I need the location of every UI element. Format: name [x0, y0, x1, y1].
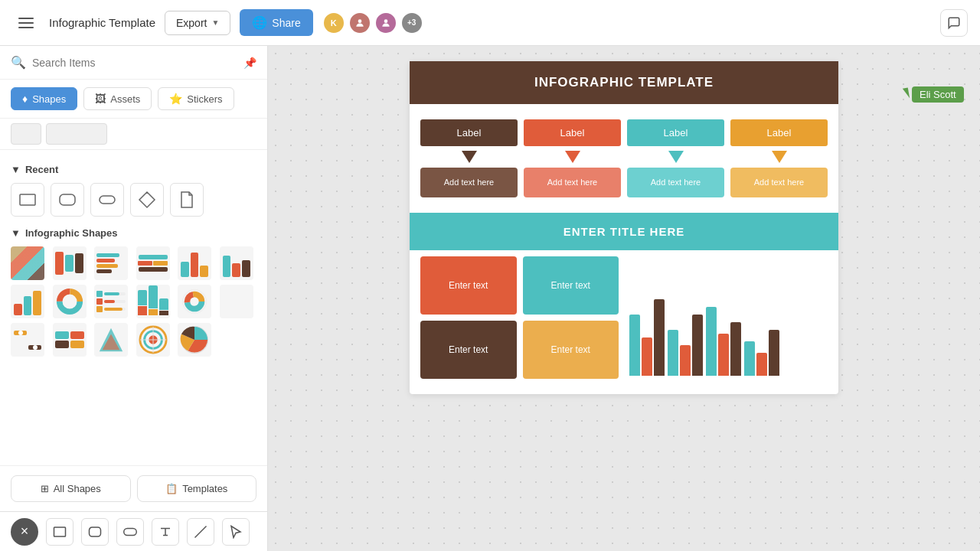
infographic-item[interactable]: [220, 285, 253, 318]
text-tool[interactable]: [152, 518, 179, 546]
section2-title[interactable]: ENTER TITLE HERE: [410, 213, 838, 250]
rectangle-tool[interactable]: [46, 518, 74, 546]
star-icon: ⭐: [169, 93, 182, 105]
capsule-tool[interactable]: [116, 518, 144, 546]
infographic-item[interactable]: [178, 285, 211, 318]
label-2[interactable]: Label: [524, 119, 621, 146]
template-icon: 📋: [165, 483, 178, 494]
bar-brown-1: [654, 299, 665, 376]
infographic-item[interactable]: [11, 285, 44, 318]
bar-group-1: [629, 299, 665, 376]
infographic-item[interactable]: [178, 246, 211, 280]
box-3[interactable]: Add text here: [627, 168, 724, 197]
bar-brown-2: [692, 315, 703, 376]
search-icon: 🔍: [11, 55, 26, 70]
shape-category-2[interactable]: [46, 123, 107, 145]
shape-category-1[interactable]: [11, 123, 41, 145]
svg-rect-21: [54, 527, 66, 536]
arrow-3: [627, 146, 724, 168]
infographic-item[interactable]: [11, 246, 44, 280]
text-cell-4[interactable]: Enter text: [523, 321, 619, 379]
bar-orange-2: [680, 345, 691, 376]
infographic-item[interactable]: [94, 285, 128, 318]
infographic-item[interactable]: [94, 246, 128, 280]
bar-teal-3: [706, 307, 717, 376]
document-title[interactable]: Infographic Template: [49, 16, 155, 29]
globe-icon: 🌐: [252, 15, 267, 30]
templates-button[interactable]: 📋 Templates: [137, 475, 257, 502]
search-input[interactable]: [32, 57, 237, 69]
menu-button[interactable]: [12, 9, 40, 37]
recent-shape-diamond[interactable]: [130, 183, 164, 217]
infographic-item[interactable]: [136, 285, 170, 318]
rounded-rect-tool[interactable]: [81, 518, 109, 546]
chevron-down-icon-2: ▼: [11, 227, 21, 239]
labels-row: Label Label Label Label: [420, 119, 828, 146]
label-1[interactable]: Label: [420, 119, 518, 146]
pointer-tool[interactable]: [222, 518, 250, 546]
infographic-item[interactable]: [53, 323, 87, 357]
label-3[interactable]: Label: [627, 119, 724, 146]
close-panel-button[interactable]: ×: [11, 518, 38, 546]
label-4[interactable]: Label: [730, 119, 828, 146]
text-cell-1[interactable]: Enter text: [420, 256, 517, 315]
infographic-item[interactable]: [53, 246, 87, 280]
infographic-item[interactable]: [53, 285, 87, 318]
export-button[interactable]: Export ▼: [165, 11, 230, 35]
tab-stickers[interactable]: ⭐ Stickers: [158, 87, 234, 110]
bar-teal-4: [744, 341, 755, 376]
pin-icon[interactable]: 📌: [243, 57, 256, 69]
line-tool[interactable]: [187, 518, 214, 546]
box-2[interactable]: Add text here: [524, 168, 621, 197]
text-cell-2[interactable]: Enter text: [523, 256, 619, 315]
tab-shapes[interactable]: ♦ Shapes: [11, 87, 77, 110]
infographic-item[interactable]: [220, 246, 253, 280]
export-dropdown-arrow: ▼: [211, 18, 219, 27]
bar-orange-3: [718, 334, 729, 376]
box-4[interactable]: Add text here: [730, 168, 828, 197]
recent-shapes-row: [11, 183, 256, 217]
main-layout: 🔍 📌 ♦ Shapes 🖼 Assets ⭐ Stickers: [0, 46, 980, 551]
chat-button[interactable]: [940, 9, 968, 37]
all-shapes-button[interactable]: ⊞ All Shapes: [11, 475, 131, 502]
avatar-3[interactable]: [374, 11, 397, 34]
bar-teal-2: [668, 330, 678, 376]
grid-icon: ⊞: [41, 483, 49, 494]
canvas-area[interactable]: Eli Scott Rory Logan INFOGRAPHIC TEMPLAT…: [268, 46, 980, 551]
svg-rect-2: [20, 194, 35, 205]
infographic-item[interactable]: [136, 323, 170, 357]
diamond-icon: ♦: [22, 93, 28, 105]
search-bar: 🔍 📌: [0, 46, 267, 80]
text-cell-3[interactable]: Enter text: [420, 321, 517, 379]
bottom-toolbar: ×: [0, 511, 267, 551]
svg-line-24: [195, 526, 207, 537]
chevron-down-icon: ▼: [11, 164, 21, 175]
avatar-overflow[interactable]: +3: [400, 11, 423, 34]
recent-shape-rounded-rect[interactable]: [51, 183, 84, 217]
recent-shape-page[interactable]: [170, 183, 204, 217]
infographic-item[interactable]: [94, 323, 128, 357]
bar-teal-1: [629, 315, 640, 376]
infographic-item[interactable]: [178, 323, 211, 357]
tab-assets[interactable]: 🖼 Assets: [83, 87, 152, 110]
infographic-shapes-grid: [11, 246, 256, 357]
recent-shape-rectangle[interactable]: [11, 183, 44, 217]
infographic-item[interactable]: [136, 246, 170, 280]
recent-shape-capsule[interactable]: [90, 183, 124, 217]
infographic-canvas[interactable]: INFOGRAPHIC TEMPLATE Label Label Label L…: [410, 61, 838, 394]
avatar-1[interactable]: K: [322, 11, 345, 34]
avatar-2[interactable]: [348, 11, 371, 34]
arrow-2: [524, 146, 621, 168]
bar-chart: [629, 256, 828, 379]
svg-point-0: [358, 19, 361, 23]
infographic-shapes-header[interactable]: ▼ Infographic Shapes: [11, 227, 256, 239]
box-1[interactable]: Add text here: [420, 168, 518, 197]
infographic-item[interactable]: [11, 323, 44, 357]
boxes-row: Add text here Add text here Add text her…: [420, 168, 828, 197]
tabs-row: ♦ Shapes 🖼 Assets ⭐ Stickers: [0, 80, 267, 119]
recent-section-header[interactable]: ▼ Recent: [11, 164, 256, 175]
sidebar: 🔍 📌 ♦ Shapes 🖼 Assets ⭐ Stickers: [0, 46, 268, 551]
bar-orange-4: [756, 353, 767, 376]
share-button[interactable]: 🌐 Share: [240, 9, 312, 36]
shapes-area: ▼ Recent: [0, 150, 267, 465]
